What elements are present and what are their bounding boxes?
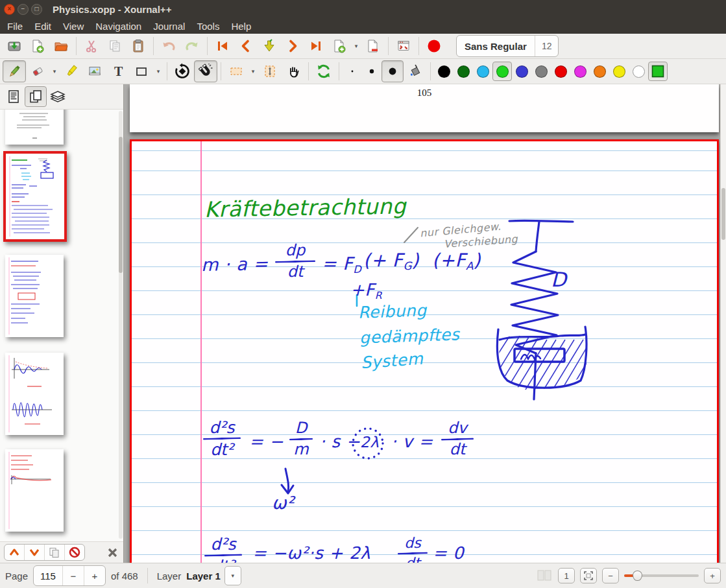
thickness-thick-button[interactable] xyxy=(381,60,404,82)
page-count-label: of 468 xyxy=(111,570,138,582)
thickness-fine-button[interactable] xyxy=(343,60,362,82)
color-chooser-button[interactable] xyxy=(648,62,668,81)
color-button-#29b8ee[interactable] xyxy=(473,62,492,81)
highlighter-tool-button[interactable] xyxy=(60,60,83,82)
move-page-up-button[interactable] xyxy=(5,545,25,560)
color-button-#808080[interactable] xyxy=(531,62,551,81)
new-page-after-button[interactable] xyxy=(328,35,351,57)
thickness-medium-button[interactable] xyxy=(362,60,381,82)
zoom-slider[interactable] xyxy=(624,570,699,582)
tab-layers[interactable] xyxy=(47,86,69,107)
zoom-out-button[interactable]: − xyxy=(602,568,619,583)
menu-tools[interactable]: Tools xyxy=(191,20,225,32)
delete-page-button[interactable] xyxy=(361,35,385,57)
duplicate-page-button[interactable] xyxy=(45,545,65,560)
ink-stroke-text: D xyxy=(551,270,566,290)
previous-page-button[interactable] xyxy=(234,35,258,57)
next-page-button[interactable] xyxy=(281,35,304,57)
page-thumbnail[interactable] xyxy=(5,353,64,435)
color-button-#f2ea0c[interactable] xyxy=(609,62,629,81)
toolbar-main: ▾ Sans Regular 12 xyxy=(0,34,726,59)
window-maximize-button[interactable]: □ xyxy=(31,4,42,15)
audio-record-button[interactable] xyxy=(422,35,446,57)
hand-tool-button[interactable] xyxy=(282,60,305,82)
save-button[interactable] xyxy=(3,35,26,57)
menu-journal[interactable]: Journal xyxy=(147,20,191,32)
goto-page-annotated-button[interactable] xyxy=(258,35,281,57)
page-number-input[interactable]: 115 xyxy=(34,570,62,582)
sidebar-scrollbar-thumb[interactable] xyxy=(119,137,123,273)
window-close-button[interactable]: × xyxy=(4,4,15,15)
canvas-scrollbar[interactable] xyxy=(720,84,726,563)
vertical-space-button[interactable] xyxy=(258,60,282,82)
fit-page-button[interactable] xyxy=(580,568,597,583)
eraser-dropdown[interactable]: ▾ xyxy=(49,60,60,82)
current-page[interactable]: Kräftebetrachtungnur Gleichgew.Verschieb… xyxy=(130,139,719,563)
layer-dropdown[interactable]: ▾ xyxy=(224,566,241,585)
page-thumbnail[interactable] xyxy=(5,110,64,145)
menu-view[interactable]: View xyxy=(57,20,90,32)
color-button-#000000[interactable] xyxy=(434,62,454,81)
menu-file[interactable]: File xyxy=(1,20,29,32)
color-button-#3b3bd1[interactable] xyxy=(512,62,531,81)
zoom-in-button[interactable]: + xyxy=(704,568,721,583)
move-page-down-button[interactable] xyxy=(25,545,45,560)
page-thumbnail-list xyxy=(0,110,123,541)
select-rectangle-button[interactable] xyxy=(224,60,248,82)
color-button-#e42ee4[interactable] xyxy=(570,62,590,81)
menu-navigation[interactable]: Navigation xyxy=(90,20,147,32)
color-button-#0b6e0e[interactable] xyxy=(454,62,473,81)
sidebar-scrollbar[interactable] xyxy=(119,111,123,539)
select-dropdown[interactable]: ▾ xyxy=(248,60,258,82)
stop-button[interactable] xyxy=(65,545,84,560)
fill-tool-button[interactable] xyxy=(404,60,427,82)
redo-button[interactable] xyxy=(180,35,204,57)
color-chooser-icon xyxy=(651,65,664,78)
snapping-magnet-button[interactable] xyxy=(194,60,217,82)
ink-fraction: dpdt xyxy=(275,242,315,281)
menu-help[interactable]: Help xyxy=(225,20,257,32)
cut-button[interactable] xyxy=(80,35,103,57)
refresh-view-button[interactable] xyxy=(312,60,335,82)
sidebar-close-button[interactable] xyxy=(105,545,119,559)
color-button-#ffffff[interactable] xyxy=(629,62,648,81)
page-thumbnail[interactable] xyxy=(5,449,64,532)
tab-contents[interactable] xyxy=(3,86,25,107)
color-button-#ea0000[interactable] xyxy=(551,62,570,81)
fit-width-button[interactable]: 1 xyxy=(558,568,575,583)
shape-tool-button[interactable] xyxy=(130,60,153,82)
new-page-dropdown[interactable]: ▾ xyxy=(351,35,361,57)
canvas-scrollbar-thumb[interactable] xyxy=(721,188,725,240)
text-tool-button[interactable]: T xyxy=(106,60,130,82)
goto-first-page-button[interactable] xyxy=(211,35,234,57)
page-thumbnail[interactable] xyxy=(5,255,64,337)
eraser-tool-button[interactable] xyxy=(26,60,49,82)
paste-button[interactable] xyxy=(127,35,150,57)
undo-button[interactable] xyxy=(157,35,180,57)
separator xyxy=(221,62,221,80)
ink-stroke-text: 2λ xyxy=(360,435,379,450)
page-thumbnail-current[interactable] xyxy=(3,151,67,242)
color-swatch xyxy=(594,65,606,78)
presentation-mode-button[interactable] xyxy=(392,35,415,57)
shape-dropdown[interactable]: ▾ xyxy=(153,60,163,82)
insert-image-button[interactable] xyxy=(83,60,106,82)
goto-last-page-button[interactable] xyxy=(304,35,328,57)
color-button-#1fd41f[interactable] xyxy=(492,62,512,81)
new-document-button[interactable] xyxy=(26,35,49,57)
page-decrement-button[interactable]: − xyxy=(62,566,84,585)
previous-page[interactable]: 105 xyxy=(130,84,719,132)
menu-edit[interactable]: Edit xyxy=(29,20,57,32)
font-selector-button[interactable]: Sans Regular 12 xyxy=(456,35,559,57)
font-size-value[interactable]: 12 xyxy=(535,36,559,56)
shape-recognizer-button[interactable] xyxy=(171,60,194,82)
color-button-#f07c12[interactable] xyxy=(590,62,609,81)
page-increment-button[interactable]: + xyxy=(84,566,105,585)
pen-tool-button[interactable] xyxy=(3,60,26,82)
tab-page-preview[interactable] xyxy=(25,86,47,107)
window-minimize-button[interactable]: − xyxy=(18,4,29,15)
open-button[interactable] xyxy=(49,35,73,57)
copy-button[interactable] xyxy=(103,35,127,57)
zoom-slider-thumb[interactable] xyxy=(633,570,642,581)
document-canvas[interactable]: 105 xyxy=(124,84,726,563)
